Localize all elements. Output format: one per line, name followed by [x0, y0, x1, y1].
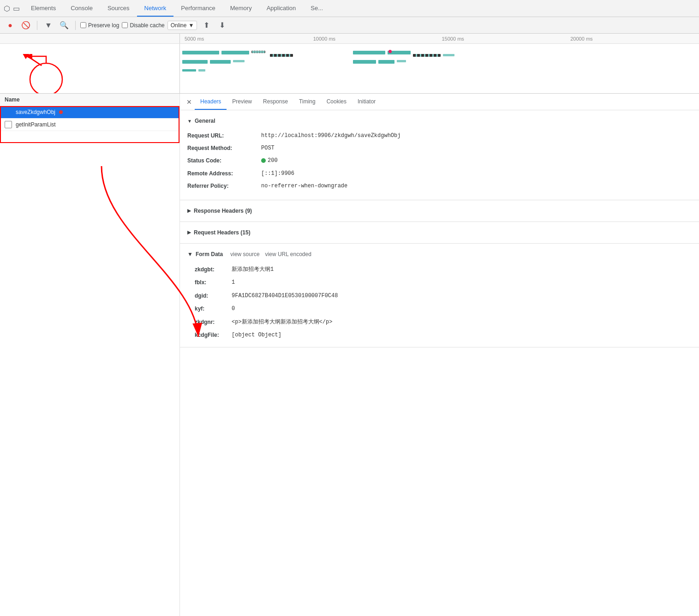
request-headers-section: ▶ Request Headers (15) — [180, 222, 699, 244]
tab-bar: ⬡ ▭ Elements Console Sources Network Per… — [0, 0, 699, 17]
general-section-header[interactable]: ▼ General — [187, 114, 692, 128]
form-data-row-fblx: fblx: 1 — [187, 276, 692, 289]
svg-line-2 — [28, 56, 42, 66]
search-button[interactable]: 🔍 — [58, 19, 71, 32]
form-data-val-dgid: 9FA1DC6827B404D1E0530100007F0C48 — [232, 291, 338, 300]
detail-tab-headers[interactable]: Headers — [195, 94, 227, 110]
request-headers-triangle-icon: ▶ — [187, 230, 191, 235]
request-list-header: Name — [0, 94, 179, 106]
timeline-area: 5000 ms 10000 ms 15000 ms 20000 ms — [0, 34, 699, 94]
preserve-log-label: Preserve log — [88, 22, 119, 29]
form-data-val-kyf: 0 — [232, 304, 235, 313]
detail-tabs: ✕ Headers Preview Response Timing Cookie… — [180, 94, 699, 110]
tab-performance[interactable]: Performance — [173, 0, 222, 17]
tab-network[interactable]: Network — [137, 0, 174, 17]
general-label-url: Request URL: — [187, 132, 261, 140]
svg-point-0 — [30, 63, 62, 94]
request-name-save: saveZkdgwhObj — [16, 109, 55, 115]
record-button[interactable]: ● — [4, 19, 17, 32]
import-button[interactable]: ⬆ — [200, 19, 213, 32]
throttle-chevron-icon: ▼ — [188, 22, 194, 29]
general-title: General — [195, 118, 215, 124]
throttle-select[interactable]: Online ▼ — [167, 21, 197, 30]
form-data-key-dgid: dgid: — [195, 291, 232, 300]
clear-button[interactable]: 🚫 — [19, 19, 32, 32]
preserve-log-input[interactable] — [80, 22, 86, 28]
form-data-val-zkdgnr: <p>新添加招考大纲新添加招考大纲</p> — [232, 317, 332, 327]
request-item-save[interactable]: saveZkdgwhObj — [0, 106, 179, 119]
detail-tab-initiator[interactable]: Initiator — [352, 94, 381, 110]
general-section: ▼ General Request URL: http://localhost:… — [180, 110, 699, 200]
network-toolbar: ● 🚫 ▼ 🔍 Preserve log Disable cache Onlin… — [0, 17, 699, 34]
ruler-mark-3: 15000 ms — [442, 36, 571, 42]
form-data-row-kyf: kyf: 0 — [187, 302, 692, 315]
general-value-remote: [::1]:9906 — [261, 169, 294, 178]
tab-se[interactable]: Se... — [303, 0, 330, 17]
tab-elements[interactable]: Elements — [24, 0, 63, 17]
disable-cache-input[interactable] — [122, 22, 128, 28]
disable-cache-label: Disable cache — [130, 22, 164, 29]
filter-button[interactable]: ▼ — [42, 19, 55, 32]
timeline-left-panel — [0, 44, 180, 94]
detail-tab-cookies[interactable]: Cookies — [321, 94, 352, 110]
form-data-row-dgid: dgid: 9FA1DC6827B404D1E0530100007F0C48 — [187, 289, 692, 302]
export-button[interactable]: ⬇ — [215, 19, 228, 32]
view-source-link[interactable]: view source — [230, 251, 259, 257]
form-data-val-zkdgbt: 新添加招考大纲1 — [232, 265, 274, 274]
status-green-dot — [261, 158, 266, 163]
form-data-links: view source view URL encoded — [230, 251, 311, 257]
general-label-referrer: Referrer Policy: — [187, 182, 261, 191]
status-code-text: 200 — [268, 157, 278, 164]
response-headers-section: ▶ Response Headers (9) — [180, 200, 699, 222]
form-data-key-zkdgnr: zkdgnr: — [195, 317, 232, 327]
form-data-key-kyf: kyf: — [195, 304, 232, 313]
tab-application[interactable]: Application — [259, 0, 304, 17]
form-data-header: ▼ Form Data view source view URL encoded — [187, 247, 692, 261]
form-data-row-zkdgbt: zkdgbt: 新添加招考大纲1 — [187, 263, 692, 276]
form-data-body: zkdgbt: 新添加招考大纲1 fblx: 1 dgid: 9FA1DC682… — [187, 261, 692, 343]
close-detail-button[interactable]: ✕ — [184, 96, 195, 108]
tab-memory[interactable]: Memory — [223, 0, 259, 17]
general-triangle-icon: ▼ — [187, 119, 192, 124]
detail-tab-timing[interactable]: Timing — [293, 94, 321, 110]
request-headers-title: Request Headers (15) — [194, 229, 251, 236]
ruler-mark-1: 5000 ms — [185, 36, 313, 42]
disable-cache-checkbox[interactable]: Disable cache — [122, 22, 164, 29]
details-panel: ✕ Headers Preview Response Timing Cookie… — [180, 94, 699, 616]
timeline-ruler: 5000 ms 10000 ms 15000 ms 20000 ms — [0, 34, 699, 44]
general-row-remote: Remote Address: [::1]:9906 — [187, 167, 692, 180]
detail-content: ▼ General Request URL: http://localhost:… — [180, 110, 699, 347]
responsive-icon[interactable]: ▭ — [13, 4, 20, 13]
cursor-icon[interactable]: ⬡ — [4, 4, 10, 13]
detail-tab-response[interactable]: Response — [257, 94, 293, 110]
form-data-key-kcdgfile: kcdgFile: — [195, 330, 232, 340]
detail-tab-preview[interactable]: Preview — [227, 94, 257, 110]
main-content: Name saveZkdgwhObj getInitParamList ✕ He… — [0, 94, 699, 616]
request-name-getinit: getInitParamList — [16, 121, 56, 128]
form-data-val-fblx: 1 — [232, 278, 235, 287]
preserve-log-checkbox[interactable]: Preserve log — [80, 22, 119, 29]
response-headers-triangle-icon: ▶ — [187, 208, 191, 213]
timeline-ruler-right: 5000 ms 10000 ms 15000 ms 20000 ms — [180, 34, 699, 43]
tab-console[interactable]: Console — [63, 0, 100, 17]
request-dot-save — [59, 110, 63, 114]
form-data-title: Form Data — [196, 251, 223, 257]
request-item-getinit[interactable]: getInitParamList — [0, 119, 179, 131]
timeline-chart[interactable] — [180, 44, 699, 94]
request-headers-section-header[interactable]: ▶ Request Headers (15) — [187, 226, 692, 239]
timeline-content — [0, 44, 699, 94]
general-row-status: Status Code: 200 — [187, 155, 692, 167]
form-data-row-kcdgfile: kcdgFile: [object Object] — [187, 329, 692, 341]
form-data-row-zkdgnr: zkdgnr: <p>新添加招考大纲新添加招考大纲</p> — [187, 316, 692, 329]
general-label-status: Status Code: — [187, 156, 261, 165]
tab-sources[interactable]: Sources — [100, 0, 137, 17]
form-data-title-container[interactable]: ▼ Form Data — [187, 251, 223, 257]
general-value-status: 200 — [261, 156, 278, 165]
timeline-ruler-left — [0, 34, 180, 43]
response-headers-section-header[interactable]: ▶ Response Headers (9) — [187, 204, 692, 218]
view-url-encoded-link[interactable]: view URL encoded — [265, 251, 311, 257]
annotation-svg — [0, 54, 180, 94]
response-headers-title: Response Headers (9) — [194, 208, 252, 214]
general-value-referrer: no-referrer-when-downgrade — [261, 182, 347, 191]
file-icon-getinit — [5, 121, 12, 128]
